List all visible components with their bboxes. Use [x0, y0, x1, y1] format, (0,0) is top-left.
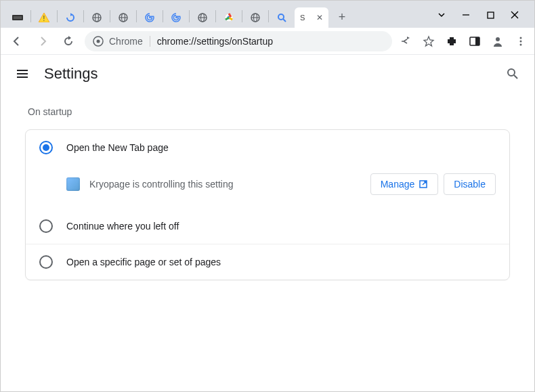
- manage-button[interactable]: Manage: [370, 173, 439, 195]
- reload-button[interactable]: [59, 32, 78, 51]
- minimize-button[interactable]: [461, 10, 471, 20]
- svg-point-31: [520, 37, 522, 39]
- external-link-icon: [419, 179, 428, 189]
- manage-label: Manage: [381, 179, 415, 190]
- tab-10[interactable]: [270, 7, 293, 28]
- tab-8[interactable]: [217, 7, 240, 28]
- profile-icon[interactable]: [491, 35, 505, 48]
- svg-marker-25: [68, 36, 71, 40]
- tab-label: S: [300, 14, 305, 22]
- new-tab-button[interactable]: +: [333, 7, 351, 26]
- address-bar[interactable]: Chrome chrome://settings/onStartup: [85, 31, 392, 51]
- chrome-icon: [223, 12, 234, 23]
- radio-checked[interactable]: [39, 141, 53, 154]
- svg-point-19: [278, 14, 284, 20]
- svg-line-20: [283, 19, 286, 22]
- menu-icon[interactable]: [514, 35, 528, 48]
- maximize-button[interactable]: [486, 10, 495, 20]
- google-icon: [144, 12, 155, 23]
- chevron-down-icon[interactable]: [437, 10, 446, 20]
- bookmark-icon[interactable]: [422, 35, 435, 48]
- globe-icon: [118, 12, 129, 23]
- sidepanel-icon[interactable]: [468, 35, 481, 48]
- svg-rect-1: [14, 16, 22, 19]
- svg-text:!: !: [43, 15, 45, 22]
- svg-rect-29: [475, 37, 479, 45]
- chrome-label: Chrome: [109, 36, 143, 47]
- svg-point-32: [520, 40, 522, 42]
- page-title: Settings: [44, 65, 98, 83]
- tab-3[interactable]: [85, 7, 108, 28]
- extension-notice-row: Kryopage is controlling this setting Man…: [26, 165, 509, 209]
- tab-0[interactable]: [6, 7, 29, 28]
- globe-icon: [91, 12, 102, 23]
- option-continue[interactable]: Continue where you left off: [26, 209, 509, 244]
- tab-2[interactable]: [59, 7, 82, 28]
- svg-line-38: [514, 75, 517, 79]
- startup-card: Open the New Tab page Kryopage is contro…: [25, 129, 510, 280]
- search-settings-button[interactable]: [505, 66, 521, 82]
- svg-point-27: [97, 39, 100, 43]
- back-button[interactable]: [7, 32, 26, 51]
- tab-favicon: [12, 12, 23, 23]
- hamburger-icon[interactable]: [14, 66, 30, 82]
- svg-point-37: [508, 69, 515, 76]
- extension-icon: [66, 177, 80, 191]
- search-icon: [276, 12, 287, 23]
- close-button[interactable]: [510, 10, 519, 20]
- reload-icon: [65, 12, 76, 23]
- url-text: chrome://settings/onStartup: [157, 36, 273, 47]
- radio-unchecked[interactable]: [39, 255, 53, 269]
- warning-icon: !: [39, 12, 49, 23]
- svg-point-30: [496, 37, 500, 41]
- close-icon[interactable]: ✕: [316, 13, 323, 22]
- disable-label: Disable: [454, 179, 486, 190]
- settings-page: Settings On startup Open the New Tab pag…: [1, 55, 534, 391]
- disable-button[interactable]: Disable: [444, 173, 496, 195]
- svg-rect-22: [488, 12, 494, 18]
- globe-icon: [197, 12, 208, 23]
- extensions-icon[interactable]: [445, 35, 458, 48]
- forward-button[interactable]: [33, 32, 52, 51]
- tab-7[interactable]: [191, 7, 214, 28]
- browser-toolbar: Chrome chrome://settings/onStartup: [1, 28, 534, 55]
- radio-unchecked[interactable]: [39, 219, 53, 233]
- tab-9[interactable]: [244, 7, 267, 28]
- browser-tabstrip: ! S ✕ +: [1, 1, 534, 28]
- option-label: Open a specific page or set of pages: [66, 257, 221, 267]
- globe-icon: [250, 12, 261, 23]
- tab-active[interactable]: S ✕: [295, 7, 328, 28]
- option-label: Open the New Tab page: [66, 142, 169, 153]
- option-new-tab[interactable]: Open the New Tab page: [26, 130, 509, 165]
- tab-5[interactable]: [138, 7, 161, 28]
- chrome-logo-icon: [93, 36, 104, 47]
- tab-1[interactable]: !: [33, 7, 56, 28]
- tab-6[interactable]: [165, 7, 188, 28]
- extension-notice-text: Kryopage is controlling this setting: [89, 179, 233, 190]
- option-label: Continue where you left off: [66, 221, 179, 232]
- section-title: On startup: [25, 106, 510, 117]
- svg-point-33: [520, 43, 522, 45]
- google-icon: [171, 12, 181, 23]
- tab-4[interactable]: [112, 7, 135, 28]
- share-icon[interactable]: [399, 35, 412, 48]
- option-specific-pages[interactable]: Open a specific page or set of pages: [26, 244, 509, 280]
